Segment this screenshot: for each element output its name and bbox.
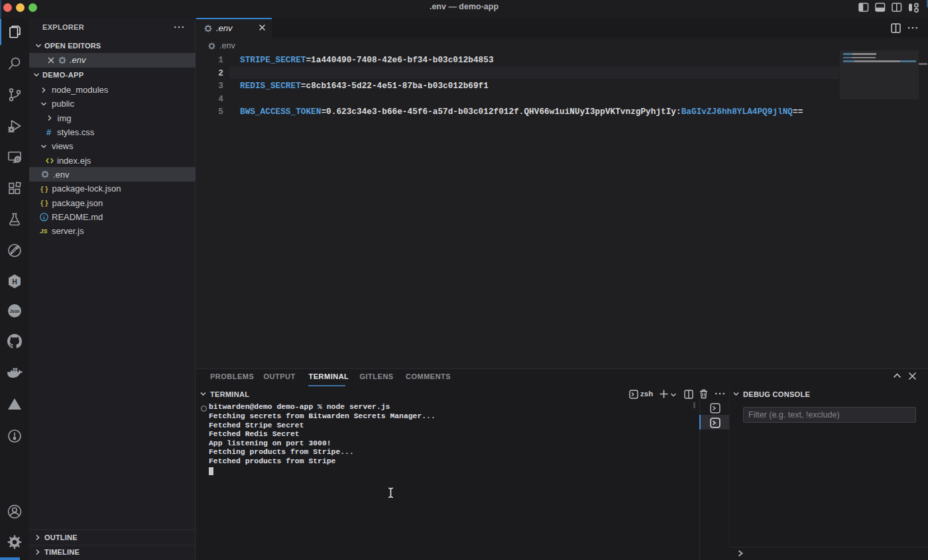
svg-text:Json: Json [9,309,19,313]
svg-text:H: H [12,278,17,286]
svg-text:i: i [43,213,45,220]
